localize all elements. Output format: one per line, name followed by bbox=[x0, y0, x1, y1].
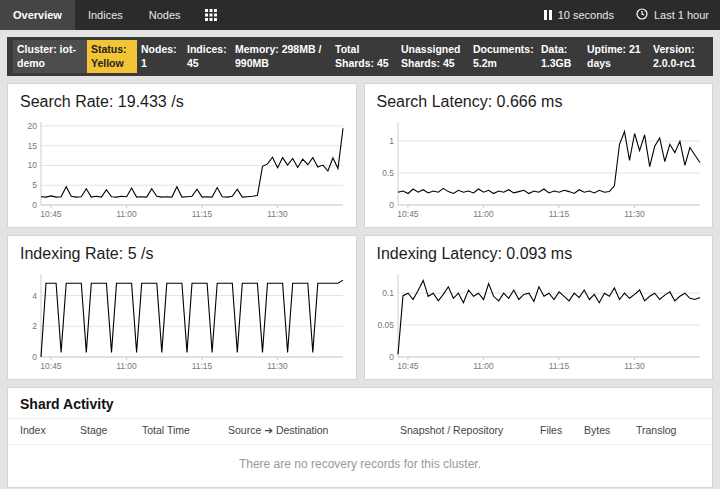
cluster-stat-total-shards: Total Shards: 45 bbox=[331, 40, 397, 73]
svg-text:11:00: 11:00 bbox=[473, 361, 494, 371]
column-header-stage: Stage bbox=[80, 424, 142, 436]
shard-activity-panel: Shard Activity Index Stage Total Time So… bbox=[7, 387, 713, 488]
indexing-latency-title: Indexing Latency: 0.093 ms bbox=[365, 236, 713, 266]
cluster-stat-label: Status: bbox=[91, 43, 127, 55]
cluster-stat-value: 1.3GB bbox=[541, 57, 571, 69]
tab-overview[interactable]: Overview bbox=[0, 0, 75, 30]
svg-text:20: 20 bbox=[28, 121, 38, 131]
search-latency-chart: 00.5110:4511:0011:1511:30 bbox=[365, 114, 713, 227]
indexing-rate-title: Indexing Rate: 5 /s bbox=[8, 236, 356, 266]
svg-text:4: 4 bbox=[32, 291, 37, 301]
cluster-stat-value: 1 bbox=[141, 57, 147, 69]
cluster-stat-label: Cluster: bbox=[17, 43, 57, 55]
svg-text:11:30: 11:30 bbox=[624, 361, 645, 371]
refresh-interval-button[interactable]: 10 seconds bbox=[533, 0, 625, 30]
cluster-stats-bar: Cluster: iot-demo Status: Yellow Nodes: … bbox=[7, 37, 713, 76]
cluster-stat-documents: Documents: 5.2m bbox=[469, 40, 537, 73]
column-header-files: Files bbox=[540, 424, 584, 436]
svg-text:2: 2 bbox=[32, 322, 37, 332]
svg-text:11:30: 11:30 bbox=[267, 209, 288, 219]
indexing-latency-chart: 00.050.110:4511:0011:1511:30 bbox=[365, 266, 713, 379]
svg-text:10:45: 10:45 bbox=[40, 209, 62, 219]
column-header-translog: Translog bbox=[636, 424, 698, 436]
cluster-stat-label: Documents: bbox=[473, 43, 534, 55]
indexing-latency-panel: Indexing Latency: 0.093 ms 00.050.110:45… bbox=[364, 235, 714, 380]
svg-text:0: 0 bbox=[32, 200, 37, 210]
pause-icon bbox=[544, 10, 552, 20]
svg-text:11:00: 11:00 bbox=[473, 209, 494, 219]
cluster-stat-value: 45 bbox=[443, 57, 455, 69]
column-header-total-time: Total Time bbox=[142, 424, 228, 436]
cluster-stat-label: Memory: bbox=[235, 43, 279, 55]
column-header-source-destination: Source ➔ Destination bbox=[228, 424, 400, 436]
cluster-stat-label: Indices: bbox=[187, 43, 227, 55]
cluster-stat-label: Total Shards: bbox=[335, 43, 374, 69]
svg-text:11:15: 11:15 bbox=[548, 361, 569, 371]
cluster-stat-value: 5.2m bbox=[473, 57, 497, 69]
svg-text:10:45: 10:45 bbox=[40, 361, 62, 371]
svg-text:11:00: 11:00 bbox=[116, 361, 137, 371]
svg-text:0: 0 bbox=[32, 352, 37, 362]
cluster-stat-cluster: Cluster: iot-demo bbox=[13, 40, 87, 73]
cluster-stat-uptime: Uptime: 21 days bbox=[583, 40, 649, 73]
search-latency-title: Search Latency: 0.666 ms bbox=[365, 84, 713, 114]
svg-text:11:15: 11:15 bbox=[548, 209, 569, 219]
topnav-spacer bbox=[228, 0, 533, 30]
cluster-stat-value: 45 bbox=[377, 57, 389, 69]
shard-activity-empty-message: There are no recovery records for this c… bbox=[8, 444, 712, 487]
column-header-bytes: Bytes bbox=[584, 424, 636, 436]
svg-text:0.5: 0.5 bbox=[382, 168, 394, 178]
cluster-stat-label: Nodes: bbox=[141, 43, 177, 55]
svg-text:11:30: 11:30 bbox=[624, 209, 645, 219]
svg-text:10:45: 10:45 bbox=[397, 361, 419, 371]
search-rate-chart: 0510152010:4511:0011:1511:30 bbox=[8, 114, 356, 227]
cluster-stat-version: Version: 2.0.0-rc1 bbox=[649, 40, 707, 73]
column-header-index: Index bbox=[20, 424, 80, 436]
time-range-button[interactable]: Last 1 hour bbox=[625, 0, 720, 30]
search-rate-panel: Search Rate: 19.433 /s 0510152010:4511:0… bbox=[7, 83, 357, 228]
indexing-rate-chart: 02410:4511:0011:1511:30 bbox=[8, 266, 356, 379]
svg-text:1: 1 bbox=[389, 136, 394, 146]
svg-text:0: 0 bbox=[389, 352, 394, 362]
svg-text:11:15: 11:15 bbox=[192, 361, 213, 371]
time-range-label: Last 1 hour bbox=[654, 9, 709, 21]
shard-activity-header-row: Index Stage Total Time Source ➔ Destinat… bbox=[8, 418, 712, 444]
clock-icon bbox=[636, 8, 648, 22]
cluster-stat-indices: Indices: 45 bbox=[183, 40, 231, 73]
svg-text:11:15: 11:15 bbox=[192, 209, 213, 219]
svg-text:11:00: 11:00 bbox=[116, 209, 137, 219]
cluster-stat-unassigned-shards: Unassigned Shards: 45 bbox=[397, 40, 469, 73]
svg-text:10:45: 10:45 bbox=[397, 209, 419, 219]
indexing-rate-panel: Indexing Rate: 5 /s 02410:4511:0011:1511… bbox=[7, 235, 357, 380]
charts-grid: Search Rate: 19.433 /s 0510152010:4511:0… bbox=[7, 83, 713, 380]
status-badge: Yellow bbox=[91, 57, 124, 69]
svg-text:10: 10 bbox=[28, 161, 38, 171]
tab-nodes[interactable]: Nodes bbox=[136, 0, 194, 30]
refresh-interval-label: 10 seconds bbox=[558, 9, 614, 21]
search-latency-panel: Search Latency: 0.666 ms 00.5110:4511:00… bbox=[364, 83, 714, 228]
shard-activity-title: Shard Activity bbox=[8, 388, 712, 418]
tab-indices[interactable]: Indices bbox=[75, 0, 136, 30]
search-rate-title: Search Rate: 19.433 /s bbox=[8, 84, 356, 114]
cluster-stat-label: Version: bbox=[653, 43, 694, 55]
column-header-snapshot-repository: Snapshot / Repository bbox=[400, 424, 540, 436]
svg-text:0: 0 bbox=[389, 200, 394, 210]
svg-text:15: 15 bbox=[28, 141, 38, 151]
svg-text:5: 5 bbox=[32, 181, 37, 191]
cluster-stat-value: 45 bbox=[187, 57, 199, 69]
svg-text:11:30: 11:30 bbox=[267, 361, 288, 371]
cluster-stat-memory: Memory: 298MB / 990MB bbox=[231, 40, 331, 73]
svg-text:0.1: 0.1 bbox=[382, 288, 394, 298]
cluster-stat-label: Data: bbox=[541, 43, 567, 55]
cluster-stat-status: Status: Yellow bbox=[87, 40, 137, 73]
cluster-stat-label: Uptime: bbox=[587, 43, 626, 55]
top-navigation: Overview Indices Nodes 10 seconds Last 1… bbox=[0, 0, 720, 30]
svg-text:0.05: 0.05 bbox=[377, 320, 394, 330]
apps-grid-icon[interactable] bbox=[194, 0, 228, 30]
cluster-stat-data: Data: 1.3GB bbox=[537, 40, 583, 73]
cluster-stat-value: 2.0.0-rc1 bbox=[653, 57, 696, 69]
cluster-stat-nodes: Nodes: 1 bbox=[137, 40, 183, 73]
